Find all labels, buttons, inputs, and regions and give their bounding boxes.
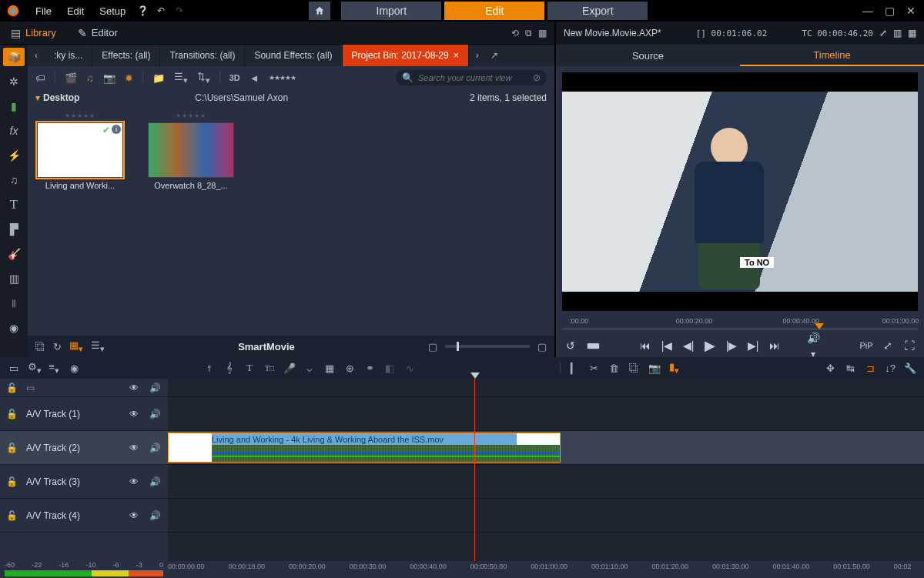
tl-marker-icon[interactable]: ▮▾ (668, 361, 681, 376)
menu-edit[interactable]: Edit (61, 2, 90, 20)
tab-export[interactable]: Export (547, 2, 648, 20)
speaker-icon[interactable]: 🔊 (149, 383, 162, 393)
tab-import[interactable]: Import (341, 2, 441, 20)
popout-icon[interactable]: ⧉ (525, 28, 532, 38)
collapse-icon[interactable]: ▾ (35, 92, 40, 103)
sync-icon[interactable]: ↻ (53, 341, 62, 352)
lane-2[interactable]: Living and Working - 4k Living & Working… (168, 431, 924, 465)
photo-icon[interactable]: 📷 (103, 72, 116, 84)
lane-3[interactable] (168, 465, 924, 499)
cat-tab-2[interactable]: Transitions: (all) (160, 45, 245, 66)
lock-icon[interactable]: 🔓 (6, 383, 18, 393)
tl-split-icon[interactable]: ✂ (588, 363, 601, 374)
track-header-master[interactable]: 🔓 ▭ 👁 🔊 (0, 379, 168, 397)
window-close[interactable]: ✕ (904, 5, 918, 17)
track-lanes[interactable]: Living and Working - 4k Living & Working… (168, 379, 924, 561)
loop-icon[interactable]: ↺ (564, 339, 578, 352)
search-clear-icon[interactable]: ⊘ (533, 72, 541, 83)
redo-icon[interactable]: ↷ (172, 3, 187, 18)
tl-mixer-icon[interactable]: ⫯ (203, 363, 216, 374)
3d-icon[interactable]: 3D (229, 73, 240, 82)
info-icon[interactable]: i (112, 125, 121, 134)
rail-eq-icon[interactable]: ⫴ (3, 294, 25, 312)
cat-pin-icon[interactable]: ↗ (486, 45, 503, 66)
cat-tab-3[interactable]: Sound Effects: (all) (245, 45, 342, 66)
rail-text-icon[interactable]: T (3, 195, 25, 214)
thumb-size-slider[interactable] (445, 345, 530, 348)
eye-icon[interactable]: 👁 (129, 510, 142, 521)
audio-level-line[interactable] (212, 453, 560, 454)
tl-camera-icon[interactable]: 📷 (648, 363, 661, 374)
track-header-4[interactable]: 🔓 A/V Track (4) 👁 🔊 (0, 499, 168, 533)
window-maximize[interactable]: ▢ (882, 5, 896, 17)
go-start-icon[interactable]: ⏮ (638, 339, 652, 352)
rail-tuning-icon[interactable]: 🎸 (3, 245, 25, 263)
tl-grid-icon[interactable]: ▦ (323, 363, 336, 374)
video-icon[interactable]: 🎬 (65, 72, 77, 84)
smartmovie-label[interactable]: SmartMovie (112, 341, 420, 352)
tab-timeline[interactable]: Timeline (740, 45, 924, 66)
window-minimize[interactable]: — (861, 5, 875, 17)
preview-playhead-icon[interactable] (815, 323, 824, 329)
tl-slip-icon[interactable]: ↹ (844, 363, 856, 374)
search-box[interactable]: 🔍 ⊘ (396, 70, 547, 85)
grid-view-icon[interactable]: ▦▾ (69, 339, 83, 354)
speaker-icon[interactable]: 🔊 (149, 443, 162, 453)
eye-icon[interactable]: 👁 (129, 476, 142, 487)
expand-icon[interactable]: ⤢ (881, 339, 895, 352)
tag-add-icon[interactable]: 🏷 (35, 72, 45, 84)
layout-icon[interactable]: ▦ (538, 28, 547, 38)
tab-edit[interactable]: Edit (444, 2, 544, 20)
tl-ducking-icon[interactable]: ⌵ (303, 363, 316, 374)
preview-ruler[interactable]: :00.00 00:00:20.00 00:00:40.00 00:01:00.… (562, 317, 918, 334)
sort-icon[interactable]: ⇅▾ (197, 71, 210, 85)
lane-master[interactable] (168, 379, 924, 397)
rail-disc-icon[interactable]: ◉ (3, 319, 25, 337)
dual-view-icon[interactable]: ▥ (893, 28, 902, 38)
clip-0[interactable]: Living and Working - 4k Living & Working… (168, 433, 561, 463)
rail-reel-icon[interactable]: ✲ (3, 72, 25, 91)
tab-editor[interactable]: ✎ Editor (67, 22, 129, 45)
tl-link-icon[interactable]: ⚭ (363, 363, 376, 374)
preview-viewer[interactable]: To NO (562, 72, 918, 311)
lane-1[interactable] (168, 397, 924, 431)
tab-library[interactable]: ▤ Library (0, 22, 67, 45)
tl-trash-icon[interactable]: 🗑 (608, 363, 621, 374)
tl-disc-icon[interactable]: ◉ (68, 363, 80, 374)
playhead-marker-icon[interactable] (470, 373, 480, 379)
lock-icon[interactable]: 🔓 (6, 510, 18, 521)
folder-name[interactable]: Desktop (43, 92, 79, 103)
undo-icon[interactable]: ↶ (153, 3, 169, 18)
shuttle-icon[interactable]: ▮▮▮▮▮▮▮ (585, 342, 599, 349)
rail-bolt-icon[interactable]: ⚡ (3, 146, 25, 165)
tl-treble-icon[interactable]: 𝄞 (223, 362, 236, 374)
project-icon[interactable]: ✸ (125, 72, 133, 84)
search-input[interactable] (418, 73, 528, 82)
rail-music-icon[interactable]: ♫ (3, 171, 25, 189)
tl-mic-icon[interactable]: 🎤 (283, 363, 296, 374)
volume-icon[interactable]: 🔊▾ (806, 332, 820, 359)
tl-title2-icon[interactable]: T□ (263, 364, 276, 373)
refresh-icon[interactable]: ⟲ (511, 28, 519, 38)
home-button[interactable] (309, 2, 330, 20)
tl-gear-icon[interactable]: ⚙▾ (28, 361, 40, 376)
track-header-2[interactable]: 🔓 A/V Track (2) 👁 🔊 (0, 431, 168, 465)
tl-layers-icon[interactable]: ≡▾ (48, 361, 60, 376)
lock-icon[interactable]: 🔓 (6, 409, 18, 419)
tl-motion-icon[interactable]: ∿ (403, 363, 416, 374)
tl-keyframe-icon[interactable]: ↓? (884, 363, 896, 374)
tl-color-icon[interactable]: ◧ (383, 363, 396, 374)
tl-wrench-icon[interactable]: 🔧 (904, 363, 916, 374)
help-icon[interactable]: ❔ (135, 3, 150, 18)
speaker-icon[interactable]: 🔊 (149, 510, 162, 521)
cat-next-icon[interactable]: › (469, 45, 486, 66)
play-icon[interactable]: ▶ (703, 337, 717, 354)
cat-prev-icon[interactable]: ‹ (28, 45, 45, 66)
step-fwd-icon[interactable]: |▶ (725, 339, 738, 352)
rail-panel-icon[interactable]: ▥ (3, 269, 25, 288)
speaker-icon[interactable]: 🔊 (149, 476, 162, 487)
next-frame-icon[interactable]: ▶| (746, 339, 760, 352)
speaker-icon[interactable]: 🔊 (149, 409, 162, 419)
thumb-1[interactable]: ★★★★★ Overwatch 8_28_... (145, 112, 237, 190)
track-header-3[interactable]: 🔓 A/V Track (3) 👁 🔊 (0, 465, 168, 499)
